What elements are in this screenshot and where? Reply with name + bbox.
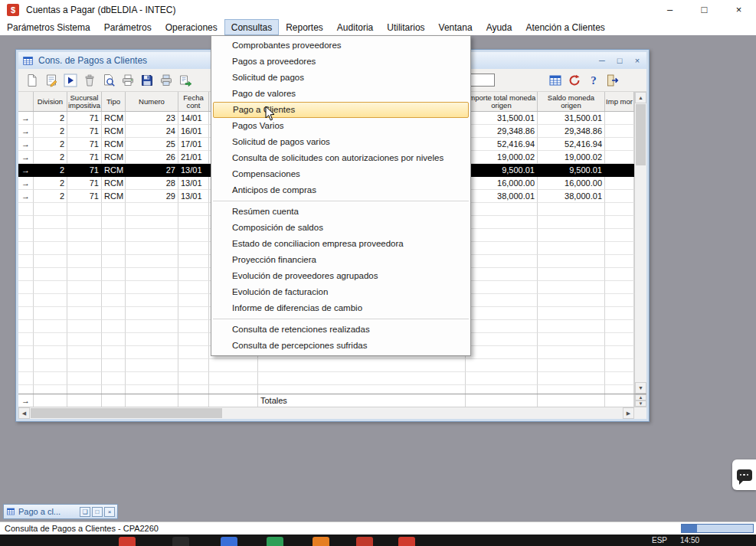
- grid-cell[interactable]: [67, 255, 102, 268]
- row-marker-icon[interactable]: [18, 333, 34, 346]
- min-close-icon[interactable]: ×: [104, 507, 115, 517]
- grid-cell[interactable]: [538, 359, 605, 372]
- menubar-item-utilitarios[interactable]: Utilitarios: [380, 19, 431, 35]
- grid-cell[interactable]: [605, 138, 634, 151]
- grid-cell[interactable]: 71: [67, 190, 102, 203]
- preview-icon[interactable]: [99, 71, 118, 90]
- grid-cell[interactable]: 21/01: [178, 151, 209, 164]
- grid-cell[interactable]: [126, 268, 178, 281]
- grid-cell[interactable]: 24: [126, 125, 178, 138]
- grid-cell[interactable]: [34, 320, 67, 333]
- row-marker-icon[interactable]: [18, 242, 34, 255]
- grid-cell[interactable]: [178, 216, 209, 229]
- grid-cell[interactable]: [102, 242, 126, 255]
- grid-cell[interactable]: 29,348.86: [538, 125, 605, 138]
- grid-cell[interactable]: [102, 372, 126, 385]
- grid-cell[interactable]: 38,000.01: [466, 190, 538, 203]
- menu-item-comprobantes-proveedores[interactable]: Comprobantes proveedores: [211, 38, 470, 54]
- grid-cell[interactable]: [605, 125, 634, 138]
- grid-cell[interactable]: [67, 346, 102, 359]
- minimized-window-pago[interactable]: Pago a cl... ❏ □ ×: [3, 504, 118, 519]
- min-restore-icon[interactable]: ❏: [80, 507, 90, 517]
- menu-item-pago-de-valores[interactable]: Pago de valores: [211, 86, 470, 102]
- taskbar-app-icon-1[interactable]: [119, 537, 136, 546]
- grid-cell[interactable]: [466, 320, 538, 333]
- row-marker-icon[interactable]: [18, 216, 34, 229]
- grid-cell[interactable]: [102, 216, 126, 229]
- grid-cell[interactable]: [102, 359, 126, 372]
- grid-cell[interactable]: 14/01: [178, 112, 209, 125]
- grid-cell[interactable]: 71: [67, 151, 102, 164]
- row-marker-icon[interactable]: [18, 320, 34, 333]
- grid-cell[interactable]: [258, 385, 466, 394]
- grid-cell[interactable]: [67, 294, 102, 307]
- row-marker-icon[interactable]: [18, 294, 34, 307]
- grid-cell[interactable]: 9,500.01: [466, 164, 538, 177]
- taskbar-app-icon-7[interactable]: [398, 537, 415, 546]
- menu-item-evolucion-de-proveedores-agrupados[interactable]: Evolución de proveedores agrupados: [211, 268, 470, 284]
- menubar-item-ventana[interactable]: Ventana: [432, 19, 479, 35]
- vertical-scroll-track[interactable]: [635, 166, 646, 382]
- menu-item-consulta-de-solicitudes-con-autorizaciones-por-niveles[interactable]: Consulta de solicitudes con autorizacion…: [211, 150, 470, 166]
- grid-cell[interactable]: [605, 112, 634, 125]
- maximize-button[interactable]: □: [687, 0, 722, 19]
- menu-item-solicitud-de-pagos-varios[interactable]: Solicitud de pagos varios: [211, 134, 470, 150]
- taskbar-app-icon-6[interactable]: [356, 537, 373, 546]
- row-marker-icon[interactable]: →: [18, 177, 34, 190]
- taskbar-app-icon-2[interactable]: [172, 537, 189, 546]
- grid-cell[interactable]: [102, 203, 126, 216]
- row-marker-icon[interactable]: [18, 346, 34, 359]
- grid-cell[interactable]: [538, 281, 605, 294]
- grid-cell[interactable]: [466, 203, 538, 216]
- row-marker-icon[interactable]: [18, 229, 34, 242]
- grid-cell[interactable]: [538, 242, 605, 255]
- column-header-numero[interactable]: Numero: [126, 92, 178, 111]
- column-header-sucursal-impositiva[interactable]: Sucursal impositiva: [67, 92, 102, 111]
- grid-cell[interactable]: [538, 307, 605, 320]
- refresh-icon[interactable]: [565, 71, 584, 90]
- grid-cell[interactable]: 2: [34, 151, 67, 164]
- grid-cell[interactable]: [34, 307, 67, 320]
- grid-cell[interactable]: [605, 151, 634, 164]
- horizontal-scroll-track[interactable]: [223, 407, 623, 419]
- grid-cell[interactable]: [126, 229, 178, 242]
- grid-cell[interactable]: [34, 216, 67, 229]
- column-header-tipo[interactable]: Tipo: [102, 92, 126, 111]
- column-header-saldo-moneda-origen[interactable]: Saldo moneda origen: [538, 92, 605, 111]
- grid-cell[interactable]: [102, 333, 126, 346]
- vertical-scrollbar[interactable]: ▲ ▼: [634, 92, 646, 394]
- row-marker-icon[interactable]: [18, 281, 34, 294]
- grid-cell[interactable]: 19,000.02: [466, 151, 538, 164]
- horizontal-scrollbar[interactable]: ◀ ▶: [18, 407, 646, 419]
- grid-cell[interactable]: [34, 242, 67, 255]
- grid-cell[interactable]: 28: [126, 177, 178, 190]
- grid-cell[interactable]: [538, 294, 605, 307]
- grid-cell[interactable]: [605, 346, 634, 359]
- print-setup-icon[interactable]: [156, 71, 175, 90]
- grid-cell[interactable]: [538, 203, 605, 216]
- column-header-blank[interactable]: [18, 92, 34, 111]
- grid-cell[interactable]: 52,416.94: [466, 138, 538, 151]
- grid-cell[interactable]: RCM: [102, 190, 126, 203]
- grid-cell[interactable]: [538, 255, 605, 268]
- grid-cell[interactable]: 9,500.01: [538, 164, 605, 177]
- column-header-imp-mor[interactable]: Imp mor: [605, 92, 634, 111]
- menu-item-pagos-varios[interactable]: Pagos Varios: [211, 118, 470, 134]
- grid-cell[interactable]: [178, 229, 209, 242]
- grid-cell[interactable]: [102, 255, 126, 268]
- grid-cell[interactable]: [466, 294, 538, 307]
- menubar-item-parametros-sistema[interactable]: Parámetros Sistema: [0, 19, 97, 35]
- min-maximize-icon[interactable]: □: [92, 507, 103, 517]
- grid-cell[interactable]: [34, 359, 67, 372]
- grid-cell[interactable]: [538, 346, 605, 359]
- grid-cell[interactable]: [605, 281, 634, 294]
- menu-item-solicitud-de-pagos[interactable]: Solicitud de pagos: [211, 70, 470, 86]
- grid-cell[interactable]: [466, 359, 538, 372]
- grid-cell[interactable]: 27: [126, 164, 178, 177]
- grid-cell[interactable]: [67, 333, 102, 346]
- grid-cell[interactable]: [466, 216, 538, 229]
- grid-cell[interactable]: [209, 359, 258, 372]
- grid-cell[interactable]: [605, 307, 634, 320]
- grid-cell[interactable]: [102, 385, 126, 394]
- horizontal-scroll-thumb[interactable]: [31, 408, 222, 418]
